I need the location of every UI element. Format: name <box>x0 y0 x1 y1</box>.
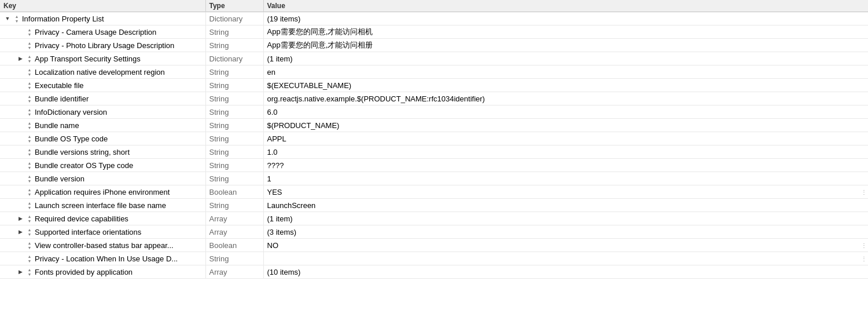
value-text: YES <box>267 188 282 196</box>
sort-arrows-icon[interactable] <box>25 227 34 237</box>
sort-arrows-icon[interactable] <box>25 53 34 64</box>
value-text: ???? <box>267 161 284 170</box>
table-row[interactable]: InfoDictionary versionString6.0 <box>0 105 868 119</box>
table-row[interactable]: Localization native development regionSt… <box>0 65 868 79</box>
sort-arrows-icon[interactable] <box>25 67 34 77</box>
value-text: App需要您的同意,才能访问相册 <box>267 41 373 49</box>
key-column-header[interactable]: Key <box>0 0 205 12</box>
value-cell: 6.0 <box>263 105 868 119</box>
value-cell: (1 item) <box>263 52 868 65</box>
key-label: Fonts provided by application <box>35 268 133 276</box>
type-value: String <box>209 41 229 50</box>
table-row[interactable]: View controller-based status bar appear.… <box>0 239 868 252</box>
key-label: Localization native development region <box>35 68 165 76</box>
key-label: Information Property List <box>22 14 104 23</box>
table-row[interactable]: Bundle nameString$(PRODUCT_NAME) <box>0 119 868 132</box>
sort-arrows-icon[interactable] <box>25 147 34 157</box>
key-label: Bundle OS Type code <box>35 134 108 143</box>
value-cell: NO⋮ <box>263 239 868 252</box>
type-value: Boolean <box>209 241 237 250</box>
sort-arrows-icon[interactable] <box>25 80 34 90</box>
type-value: String <box>209 148 229 156</box>
table-row[interactable]: Executable fileString$(EXECUTABLE_NAME) <box>0 79 868 92</box>
table-row[interactable]: Application requires iPhone environmentB… <box>0 185 868 199</box>
table-row[interactable]: Fonts provided by applicationArray(10 it… <box>0 265 868 279</box>
table-row[interactable]: Bundle versions string, shortString1.0 <box>0 145 868 159</box>
value-header-label: Value <box>267 2 285 10</box>
sort-arrows-icon[interactable] <box>25 107 34 117</box>
type-value: String <box>209 121 229 130</box>
table-row[interactable]: Privacy - Camera Usage DescriptionString… <box>0 25 868 39</box>
type-cell: String <box>205 79 263 92</box>
sort-arrows-icon[interactable] <box>25 40 34 50</box>
table-row[interactable]: Required device capabilitiesArray(1 item… <box>0 212 868 225</box>
value-cell: LaunchScreen <box>263 199 868 212</box>
type-cell: String <box>205 39 263 52</box>
collapse-arrow-icon[interactable] <box>3 14 12 23</box>
table-row[interactable]: Supported interface orientationsArray(3 … <box>0 225 868 239</box>
value-cell: YES⋮ <box>263 185 868 199</box>
type-cell: String <box>205 145 263 159</box>
scroll-nub-icon[interactable]: ⋮ <box>861 189 867 195</box>
sort-arrows-icon[interactable] <box>25 267 34 277</box>
sort-arrows-icon[interactable] <box>25 213 34 224</box>
table-row[interactable]: Bundle versionString1 <box>0 172 868 185</box>
type-value: String <box>209 201 229 210</box>
type-cell: String <box>205 132 263 145</box>
value-cell: 1.0 <box>263 145 868 159</box>
value-text: (3 items) <box>267 228 297 236</box>
type-value: String <box>209 81 229 90</box>
sort-arrows-icon[interactable] <box>25 133 34 144</box>
type-column-header[interactable]: Type <box>205 0 263 12</box>
key-label: Executable file <box>35 81 84 90</box>
key-cell: InfoDictionary version <box>0 105 205 119</box>
table-row[interactable]: Launch screen interface file base nameSt… <box>0 199 868 212</box>
value-text: (10 items) <box>267 268 301 276</box>
value-text: LaunchScreen <box>267 201 316 210</box>
sort-arrows-icon[interactable] <box>25 173 34 184</box>
sort-arrows-icon[interactable] <box>25 240 34 250</box>
sort-arrows-icon[interactable] <box>25 187 34 197</box>
type-header-label: Type <box>209 2 225 10</box>
expand-arrow-icon[interactable] <box>16 228 24 236</box>
value-cell: App需要您的同意,才能访问相机 <box>263 25 868 39</box>
type-cell: Boolean <box>205 185 263 199</box>
table-row[interactable]: Information Property ListDictionary(19 i… <box>0 12 868 25</box>
key-cell: Information Property List <box>0 12 205 25</box>
key-cell: Launch screen interface file base name <box>0 199 205 212</box>
type-value: Dictionary <box>209 14 243 23</box>
expand-arrow-icon[interactable] <box>16 214 24 223</box>
expand-arrow-icon[interactable] <box>16 54 24 63</box>
sort-arrows-icon[interactable] <box>25 93 34 104</box>
table-row[interactable]: Bundle creator OS Type codeString???? <box>0 159 868 172</box>
value-text: (1 item) <box>267 214 293 223</box>
expand-arrow-icon[interactable] <box>16 268 24 276</box>
key-label: Bundle name <box>35 121 79 130</box>
scroll-nub-icon[interactable]: ⋮ <box>861 256 867 262</box>
type-cell: String <box>205 92 263 105</box>
type-value: String <box>209 94 229 103</box>
value-column-header[interactable]: Value <box>263 0 868 12</box>
table-row[interactable]: Privacy - Location When In Use Usage D..… <box>0 252 868 265</box>
sort-arrows-icon[interactable] <box>25 27 34 37</box>
type-cell: Dictionary <box>205 52 263 65</box>
scroll-nub-icon[interactable]: ⋮ <box>861 242 867 249</box>
key-label: Bundle identifier <box>35 94 89 103</box>
sort-arrows-icon[interactable] <box>25 200 34 210</box>
sort-arrows-icon[interactable] <box>25 160 34 170</box>
table-row[interactable]: App Transport Security SettingsDictionar… <box>0 52 868 65</box>
table-row[interactable]: Privacy - Photo Library Usage Descriptio… <box>0 39 868 52</box>
key-label: Privacy - Photo Library Usage Descriptio… <box>35 41 174 50</box>
table-header-row: Key Type Value <box>0 0 868 12</box>
sort-arrows-icon[interactable] <box>25 253 34 264</box>
value-text: 1 <box>267 174 271 183</box>
key-label: Bundle versions string, short <box>35 148 130 156</box>
sort-arrows-icon[interactable] <box>25 120 34 130</box>
type-cell: Array <box>205 225 263 239</box>
key-cell: View controller-based status bar appear.… <box>0 239 205 252</box>
key-label: InfoDictionary version <box>35 108 107 116</box>
sort-arrows-icon[interactable] <box>13 13 21 24</box>
table-row[interactable]: Bundle identifierStringorg.reactjs.nativ… <box>0 92 868 105</box>
key-header-label: Key <box>3 2 16 10</box>
table-row[interactable]: Bundle OS Type codeStringAPPL <box>0 132 868 145</box>
